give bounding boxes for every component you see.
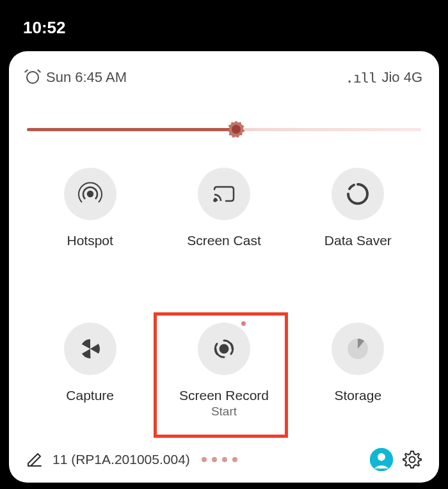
- device-frame: 10:52 Sun 6:45 AM .ıll Jio 4G: [0, 0, 448, 489]
- tile-screencast[interactable]: Screen Cast: [157, 168, 291, 273]
- record-icon: [198, 323, 250, 375]
- svg-point-1: [88, 191, 93, 196]
- brightness-track: [27, 128, 421, 131]
- settings-icon[interactable]: [402, 449, 422, 470]
- tile-datasaver[interactable]: Data Saver: [291, 168, 425, 273]
- svg-point-5: [220, 345, 228, 353]
- header-left[interactable]: Sun 6:45 AM: [26, 69, 127, 86]
- tile-storage[interactable]: Storage: [291, 323, 425, 443]
- panel-footer: 11 (RP1A.201005.004): [23, 443, 425, 471]
- svg-point-8: [378, 453, 385, 461]
- tile-capture[interactable]: Capture: [23, 323, 157, 443]
- tile-label: Data Saver: [324, 233, 392, 248]
- quick-settings-panel: Sun 6:45 AM .ıll Jio 4G: [9, 51, 439, 483]
- carrier-label: Jio 4G: [381, 69, 422, 86]
- hotspot-icon: [64, 168, 116, 220]
- header-right: .ıll Jio 4G: [345, 69, 422, 86]
- tile-hotspot[interactable]: Hotspot: [23, 168, 157, 273]
- signal-icon: .ıll: [345, 70, 376, 86]
- tile-sublabel: Start: [211, 405, 237, 419]
- tile-label: Storage: [335, 388, 382, 403]
- aperture-icon: [64, 323, 116, 375]
- datasaver-icon: [332, 168, 384, 220]
- alarm-icon: [26, 70, 40, 84]
- tile-label: Capture: [66, 388, 114, 403]
- svg-point-2: [214, 200, 216, 202]
- storage-icon: [332, 323, 384, 375]
- build-label[interactable]: 11 (RP1A.201005.004): [52, 452, 190, 467]
- pager-dots[interactable]: [202, 457, 237, 462]
- notification-dot-icon: [241, 321, 246, 326]
- tile-label: Screen Record: [179, 388, 269, 403]
- avatar-icon: [370, 448, 393, 471]
- edit-icon[interactable]: [26, 451, 44, 469]
- panel-header: Sun 6:45 AM .ıll Jio 4G: [23, 69, 425, 86]
- cast-icon: [198, 168, 250, 220]
- svg-point-9: [410, 457, 415, 463]
- tile-label: Screen Cast: [187, 233, 261, 248]
- tile-screenrecord[interactable]: Screen Record Start: [157, 323, 291, 443]
- tile-label: Hotspot: [67, 233, 113, 248]
- header-datetime: Sun 6:45 AM: [46, 69, 127, 86]
- tiles-grid: Hotspot Screen Cast: [23, 168, 425, 443]
- user-avatar[interactable]: [370, 448, 393, 471]
- brightness-slider[interactable]: [23, 116, 425, 142]
- status-bar-time: 10:52: [23, 18, 66, 38]
